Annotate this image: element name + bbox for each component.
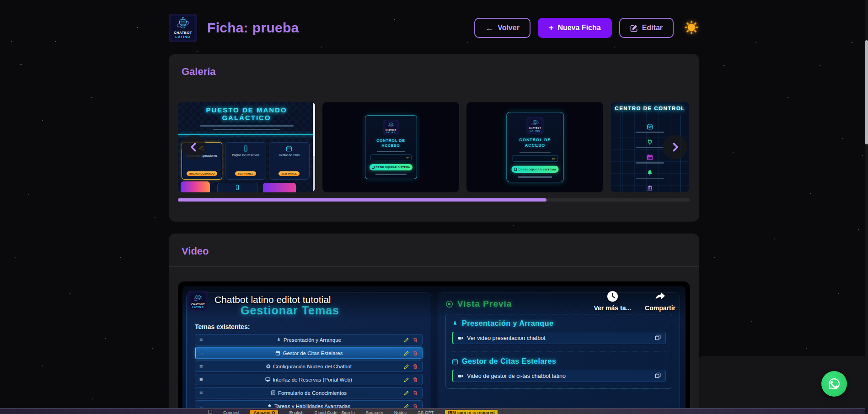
mini-card-label: Página De Reservas xyxy=(232,154,259,157)
slide1-partial-gradient-card xyxy=(263,183,296,192)
tema-label: Configuración Núcleo del Chatbot xyxy=(273,364,352,369)
access-card: CHATBOT LATINO CONTROL DE ACCESO DESBLOQ… xyxy=(506,112,563,182)
app-logo-mini: CHATBOT LATINO xyxy=(526,117,543,134)
bookmark-favicon[interactable] xyxy=(208,410,212,414)
slide4-menu-item xyxy=(636,123,664,133)
logo-text-line2: LATINO xyxy=(386,131,396,133)
slide4-menu-item xyxy=(636,139,664,149)
video-screen: Gestionar Temas Temas existentes: ≡ Pres… xyxy=(182,286,686,414)
drag-handle-icon: ≡ xyxy=(199,336,203,343)
editar-label: Editar xyxy=(642,24,663,32)
slide4-item-label-bar xyxy=(636,178,664,179)
slide1-subtitle-bar xyxy=(200,125,294,127)
calendar-icon xyxy=(286,145,292,152)
calendar-icon xyxy=(647,154,653,160)
bookmark-amazon-q[interactable]: Amazon Q xyxy=(250,410,278,414)
access-title-line2: ACCESO xyxy=(381,143,400,148)
slide4-item-label-bar xyxy=(636,162,664,164)
edit-pencil-icon xyxy=(404,364,409,369)
slide1-title-line2: GALÁCTICO xyxy=(178,114,315,122)
video-player[interactable]: Gestionar Temas Temas existentes: ≡ Pres… xyxy=(178,281,690,414)
tema-row: ≡ Interfaz de Reservas (Portal Web) xyxy=(195,374,423,385)
whatsapp-icon xyxy=(827,377,841,391)
key-icon xyxy=(406,156,410,159)
slide4-title: CENTRO DE CONTROL xyxy=(611,106,689,111)
access-footer-bar xyxy=(518,176,552,178)
logo-text-line2: LATINO xyxy=(175,35,190,39)
video-section-title: Video xyxy=(178,245,690,266)
watch-later-button[interactable]: Ver más ta... xyxy=(594,291,631,312)
slide1-partial-card xyxy=(217,183,257,192)
bookmark-cloud-code[interactable]: Cloud Code - Sign In xyxy=(315,410,355,414)
preview-video-row: Video de gestor de ci-tas chatbot latino xyxy=(452,370,666,382)
theme-toggle-button[interactable] xyxy=(684,20,699,36)
volver-button[interactable]: ← Volver xyxy=(474,18,530,38)
eye-icon xyxy=(445,300,453,308)
trash-icon xyxy=(413,390,418,396)
edit-square-icon xyxy=(630,24,638,32)
plus-icon: + xyxy=(549,24,554,32)
slide4-item-label-bar xyxy=(636,147,664,149)
carousel-prev-button[interactable] xyxy=(182,135,206,159)
access-title-line2: ACCESO xyxy=(525,143,545,148)
drag-handle-icon: ≡ xyxy=(199,363,203,370)
tema-label: Presentación y Arranque xyxy=(284,337,341,343)
robot-icon xyxy=(192,293,204,303)
video-camera-icon xyxy=(458,373,463,379)
share-button[interactable]: Compartir xyxy=(645,291,675,312)
phone-icon xyxy=(242,145,249,152)
tema-row: ≡ Presentación y Arranque xyxy=(195,334,423,345)
clock-icon xyxy=(607,291,618,302)
preview-video-label: Video de gestor de ci-tas chatbot latino xyxy=(467,373,566,379)
access-title-line1: CONTROL DE xyxy=(519,138,551,142)
video-channel-avatar[interactable]: CHATBOT LATINO xyxy=(188,291,208,311)
page-scrollbar[interactable] xyxy=(865,0,868,414)
logo-text-line2: LATINO xyxy=(530,130,540,133)
temas-existentes-label: Temas existentes: xyxy=(195,323,250,330)
gallery-slide-control-acceso-2[interactable]: CHATBOT LATINO CONTROL DE ACCESO DESBLOQ… xyxy=(466,102,603,192)
bookmark-nodec[interactable]: Nodec xyxy=(394,410,407,414)
preview-section-title: Gestor de Citas Estelares xyxy=(462,357,556,366)
bookmark-english[interactable]: English xyxy=(289,410,303,414)
form-icon xyxy=(271,390,276,395)
carousel-scrollbar-thumb[interactable] xyxy=(178,198,547,202)
bookmark-cs-gpt[interactable]: CS GPT xyxy=(418,410,434,414)
bookmark-connect[interactable]: Connect xyxy=(223,410,239,414)
video-title-link[interactable]: Chatbot latino editot tutotial xyxy=(214,294,331,305)
bookmark-sourcery[interactable]: Sourcery xyxy=(366,410,383,414)
slide1-title-line1: PUESTO DE MANDO xyxy=(178,106,315,114)
section-divider xyxy=(169,266,699,267)
gallery-carousel: PUESTO DE MANDO GALÁCTICO Centro de Oper… xyxy=(178,102,690,192)
key-icon xyxy=(552,157,556,161)
access-title-line1: CONTROL DE xyxy=(376,138,405,143)
bookmark-ibm-signin[interactable]: IBM sign in is required xyxy=(445,410,498,414)
watch-later-label: Ver más ta... xyxy=(594,304,631,312)
gallery-slide-control-acceso-1[interactable]: CHATBOT LATINO CONTROL DE ACCESO DESBLOQ… xyxy=(322,102,459,192)
copy-icon xyxy=(655,372,661,378)
share-icon xyxy=(654,291,666,302)
whatsapp-button[interactable] xyxy=(821,371,847,397)
tema-row-selected: ≡ Gestor de Citas Estelares xyxy=(195,347,423,359)
preview-section: Gestor de Citas Estelares Video de gesto… xyxy=(452,351,666,382)
carousel-next-button[interactable] xyxy=(663,135,687,159)
section-divider xyxy=(169,87,699,87)
edit-pencil-icon xyxy=(404,350,409,356)
gallery-section: Galería PUESTO DE MANDO GALÁCTICO Centro… xyxy=(169,54,699,222)
copy-icon xyxy=(655,334,661,340)
edit-pencil-icon xyxy=(404,377,409,382)
volver-label: Volver xyxy=(498,24,520,32)
editar-button[interactable]: Editar xyxy=(619,18,674,38)
nueva-ficha-button[interactable]: + Nueva Ficha xyxy=(538,18,612,38)
trash-icon xyxy=(413,364,418,369)
drag-handle-icon: ≡ xyxy=(199,389,203,396)
drag-handle-icon: ≡ xyxy=(200,350,204,356)
mini-card-button: VER PANEL xyxy=(279,171,300,176)
carousel-scrollbar[interactable] xyxy=(178,198,690,202)
slide1-subtitle-bar xyxy=(213,129,280,130)
page-scrollbar-thumb[interactable] xyxy=(865,40,868,144)
slide4-item-label-bar xyxy=(636,132,664,133)
access-footer-bar xyxy=(375,174,407,175)
sun-icon xyxy=(685,21,698,34)
tema-label: Gestor de Citas Estelares xyxy=(283,350,343,356)
logo-text-line1: CHATBOT xyxy=(174,31,192,35)
